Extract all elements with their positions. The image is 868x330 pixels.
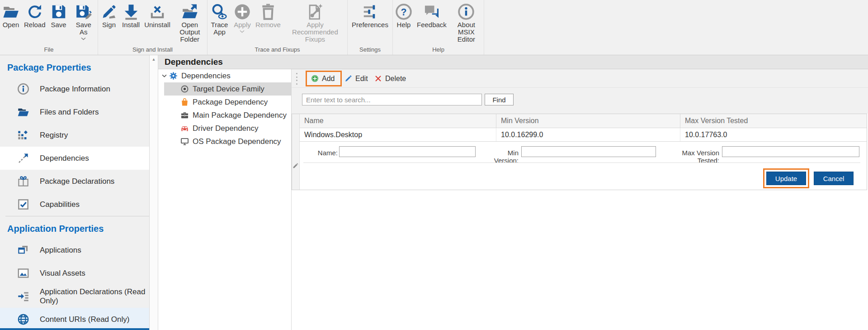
- find-button[interactable]: Find: [485, 94, 514, 105]
- search-input[interactable]: [302, 94, 482, 105]
- dependencies-tree: Dependencies Target Device Family Packag…: [158, 69, 292, 330]
- toolbar-grip-handle[interactable]: [296, 73, 298, 85]
- sidebar-item-visual-assets[interactable]: Visual Assets: [0, 262, 149, 285]
- ribbon-item-label: About MSIX Editor: [451, 21, 481, 43]
- grid-search-bar: Find: [292, 88, 868, 114]
- sidebar-item-content-uris[interactable]: Content URIs (Read Only): [0, 308, 149, 330]
- uninstall-icon: [149, 2, 166, 21]
- ribbon-save-button[interactable]: Save: [48, 2, 70, 29]
- sidebar-item-package-declarations[interactable]: Package Declarations: [0, 170, 149, 193]
- edit-button[interactable]: Edit: [342, 69, 371, 88]
- ribbon-group-label: Trace and Fixups: [208, 46, 347, 53]
- tree-node-label: Driver Dependency: [193, 124, 259, 133]
- ribbon-sign-button[interactable]: Sign: [98, 2, 120, 29]
- ribbon-item-label: Help: [397, 21, 411, 29]
- sidebar-item-label: Registry: [40, 131, 68, 140]
- sidebar-item-applications[interactable]: Applications: [0, 239, 149, 262]
- sidebar-item-registry[interactable]: Registry: [0, 124, 149, 147]
- tree-node-main-package-dependency[interactable]: Main Package Dependency: [158, 109, 291, 122]
- ribbon-group-file: Open Reload Save Save As File: [0, 0, 98, 55]
- sidebar-item-package-information[interactable]: Package Information: [0, 77, 149, 100]
- update-button[interactable]: Update: [766, 172, 806, 185]
- ribbon-item-label: Apply: [234, 21, 251, 29]
- tree-node-dependencies[interactable]: Dependencies: [158, 69, 291, 82]
- ribbon-about-msix-editor-button[interactable]: About MSIX Editor: [449, 2, 484, 43]
- tree-node-label: Dependencies: [181, 72, 231, 81]
- sidebar-scrollbar[interactable]: ▲: [149, 55, 158, 330]
- ribbon-apply-button[interactable]: Apply: [231, 2, 253, 33]
- edit-row-form: Name: Min Version: Max Version Tested: U…: [300, 142, 867, 190]
- column-header-max-version-tested[interactable]: Max Version Tested: [680, 114, 867, 128]
- dependencies-icon: [17, 152, 29, 164]
- sidebar-item-label: Visual Assets: [40, 269, 85, 278]
- delete-button-label: Delete: [385, 75, 406, 83]
- target-device-family-icon: [180, 85, 189, 93]
- sidebar-item-files-and-folders[interactable]: Files and Folders: [0, 100, 149, 124]
- sidebar-item-dependencies[interactable]: Dependencies: [0, 147, 149, 170]
- capabilities-icon: [17, 198, 29, 210]
- os-package-dependency-icon: [180, 137, 189, 146]
- package-declarations-icon: [17, 175, 29, 187]
- ribbon-item-label: Save: [51, 21, 66, 29]
- cancel-button[interactable]: Cancel: [814, 172, 854, 185]
- min-version-field[interactable]: [521, 146, 656, 157]
- ribbon-remove-button[interactable]: Remove: [253, 2, 283, 29]
- sidebar-item-label: Files and Folders: [40, 108, 99, 117]
- ribbon-preferences-button[interactable]: Preferences: [349, 2, 391, 29]
- ribbon-group-label: Sign and Install: [98, 46, 207, 53]
- ribbon: Open Reload Save Save As File Sign: [0, 0, 868, 55]
- dependencies-detail-pane: Add Edit Delete Find Name Min Version Ma…: [292, 69, 868, 330]
- ribbon-apply-recommended-fixups-button[interactable]: Apply Recommended Fixups: [283, 2, 347, 43]
- ribbon-trace-app-button[interactable]: Trace App: [208, 2, 231, 36]
- tree-node-label: OS Package Dependency: [193, 137, 281, 146]
- name-field[interactable]: [339, 146, 476, 157]
- sidebar-bottom-accent: [0, 328, 149, 330]
- chevron-down-icon: [240, 29, 245, 33]
- ribbon-help-button[interactable]: ? Help: [393, 2, 415, 29]
- tree-node-os-package-dependency[interactable]: OS Package Dependency: [158, 135, 291, 148]
- delete-button[interactable]: Delete: [372, 69, 409, 88]
- ribbon-install-button[interactable]: Install: [120, 2, 142, 29]
- ribbon-item-label: Trace App: [210, 21, 229, 36]
- package-information-icon: [17, 83, 29, 95]
- sidebar-item-capabilities[interactable]: Capabilities: [0, 193, 149, 216]
- tree-node-package-dependency[interactable]: Package Dependency: [158, 96, 291, 109]
- tree-node-target-device-family[interactable]: Target Device Family: [164, 82, 291, 96]
- main-package-dependency-icon: [180, 111, 189, 120]
- column-header-min-version[interactable]: Min Version: [496, 114, 680, 128]
- chevron-down-icon[interactable]: [162, 73, 169, 78]
- ribbon-item-label: Open Output Folder: [175, 21, 205, 43]
- column-header-name[interactable]: Name: [300, 114, 496, 128]
- ribbon-feedback-button[interactable]: Feedback: [415, 2, 449, 29]
- open-output-folder-icon: [181, 2, 198, 21]
- ribbon-item-label: Apply Recommended Fixups: [285, 21, 345, 43]
- ribbon-uninstall-button[interactable]: Uninstall: [142, 2, 173, 29]
- sidebar-section-header-application-properties: Application Properties: [0, 216, 149, 239]
- tree-node-driver-dependency[interactable]: Driver Dependency: [158, 122, 291, 135]
- ribbon-open-output-folder-button[interactable]: Open Output Folder: [173, 2, 207, 43]
- table-row[interactable]: Windows.Desktop 10.0.16299.0 10.0.17763.…: [300, 128, 867, 142]
- files-and-folders-icon: [17, 106, 29, 118]
- feedback-icon: [423, 2, 440, 21]
- dependencies-grid: Name Min Version Max Version Tested Wind…: [292, 114, 867, 190]
- cell-min-version: 10.0.16299.0: [496, 128, 680, 141]
- ribbon-open-button[interactable]: Open: [0, 2, 22, 29]
- apply-recommended-fixups-icon: [307, 2, 324, 21]
- ribbon-group-label: File: [0, 46, 98, 53]
- scrollbar-up-arrow-icon[interactable]: ▲: [150, 55, 158, 63]
- sidebar-item-label: Package Information: [40, 85, 110, 94]
- ribbon-reload-button[interactable]: Reload: [22, 2, 48, 29]
- registry-icon: [17, 129, 29, 141]
- add-button[interactable]: Add: [306, 71, 342, 86]
- sidebar-item-application-declarations[interactable]: Application Declarations (Read Only): [0, 285, 149, 308]
- cell-max-version-tested: 10.0.17763.0: [680, 128, 867, 141]
- max-version-tested-field[interactable]: [722, 146, 859, 157]
- trace-app-icon: [211, 2, 228, 21]
- ribbon-item-label: Remove: [255, 21, 281, 29]
- ribbon-save-as-button[interactable]: Save As: [70, 2, 98, 40]
- ribbon-group-settings: Preferences Settings: [348, 0, 393, 55]
- tree-node-label: Package Dependency: [193, 98, 268, 107]
- open-icon: [2, 2, 19, 21]
- save-as-icon: [75, 2, 92, 21]
- ribbon-group-help: ? Help Feedback About MSIX Editor Help: [393, 0, 484, 55]
